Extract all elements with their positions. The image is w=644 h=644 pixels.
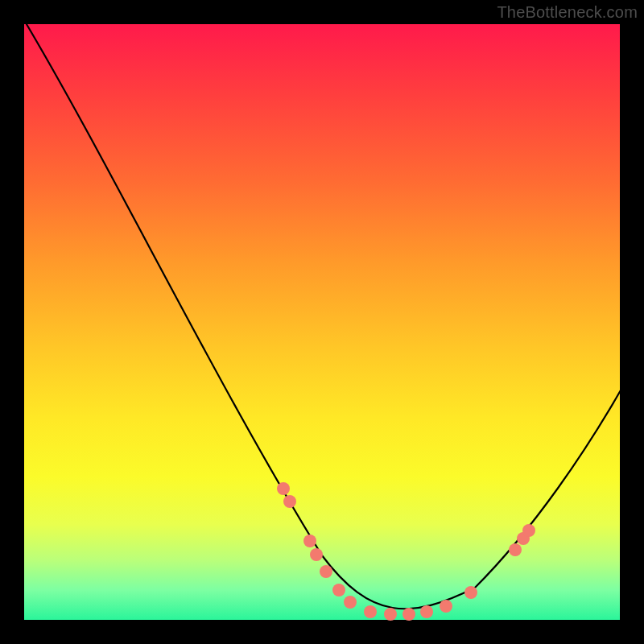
data-marker [364,605,377,618]
data-marker [420,605,433,618]
data-marker [384,608,397,621]
data-marker [332,584,345,597]
data-marker [464,586,477,599]
data-marker [522,524,535,537]
chart-plot-area [24,24,620,620]
data-marker [277,482,290,495]
data-marker [303,535,316,547]
data-marker [344,596,357,609]
marker-group [277,482,535,621]
data-marker [320,565,332,578]
data-marker [310,548,323,561]
data-marker [440,600,452,613]
bottleneck-curve [24,20,632,609]
data-marker [509,543,522,556]
data-marker [283,495,296,508]
data-marker [402,608,415,621]
watermark-text: TheBottleneck.com [497,3,638,22]
chart-svg [24,24,620,620]
